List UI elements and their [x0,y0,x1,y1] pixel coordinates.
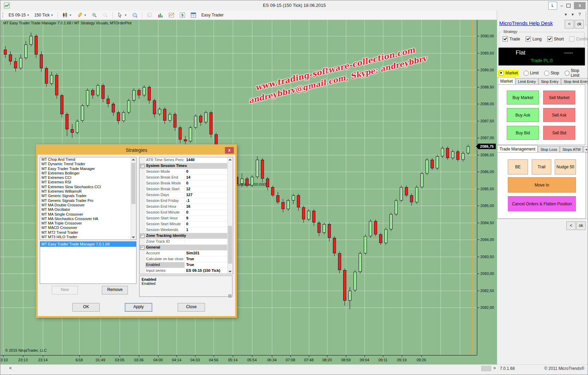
scroll-left-icon[interactable]: < [9,366,12,371]
order-type-radio-market[interactable]: Market [498,70,519,76]
property-row[interactable]: Input seriesES 09-15 (150 Tick) [140,268,227,274]
property-value[interactable]: True [185,256,227,262]
candlestick-style-button[interactable]: ▼ [61,11,73,19]
checkbox-trade[interactable]: Trade [503,36,520,41]
time-axis[interactable]: 23:1023:1323:146/1801:4903:0503:3604:000… [0,355,477,365]
sell-market-button[interactable]: Sell Market [543,90,575,105]
order-type-radio-stop[interactable]: Stop [543,70,560,76]
help-icon[interactable]: ? [578,12,581,17]
property-row[interactable]: Session Days127 [140,192,227,198]
data-box-button[interactable] [130,11,139,19]
property-row[interactable]: Session Mode0 [140,169,227,175]
trail-button[interactable]: Trail [532,159,551,174]
property-row[interactable]: Session End Minute0 [140,210,227,216]
property-value[interactable]: Sim101 [185,251,227,256]
scroll-down-icon[interactable] [228,271,232,273]
property-row[interactable]: AccountSim101 [140,251,227,256]
property-row[interactable]: Session Break Start12 [140,186,227,192]
property-value[interactable]: 1 [185,227,227,233]
collapse-icon[interactable] [141,246,144,250]
radio-icon[interactable] [499,71,504,76]
strategy-list-item[interactable]: MT Extremes CCI [40,176,130,180]
management-tab-stop-loss[interactable]: Stop Loss [538,146,560,153]
property-grid-scrollbar[interactable] [227,157,233,274]
property-value[interactable]: 16 [185,204,227,209]
property-row[interactable]: Session Start Minute0 [140,221,227,227]
new-button[interactable]: New [52,286,78,294]
help-desk-link[interactable]: MicroTrends Help Desk [499,20,553,26]
radio-icon[interactable] [524,71,529,76]
dialog-title-bar[interactable]: Strategies x [38,146,235,155]
panel-grip-icon[interactable] [586,12,586,26]
close-icon[interactable]: x [574,2,586,9]
property-row[interactable]: Session End Hour16 [140,204,227,210]
scroll-right-icon[interactable]: > [493,366,496,371]
entry-tab-stop-limit-entry[interactable]: Stop limit Entry [561,78,588,85]
property-value[interactable]: True [185,262,227,268]
scroll-up-icon[interactable] [228,159,232,160]
resize-grip-icon[interactable] [230,294,231,296]
strategy-list-item[interactable]: MT Extremes WilliamsR [40,189,130,194]
property-value[interactable]: 9 [185,216,227,221]
configured-strategies-list[interactable]: MT Easy Trader Trade Manager 7.0.1.68 [40,241,136,284]
remove-button[interactable]: Remove [102,286,128,294]
strategy-list-item[interactable]: MT Easy Trader Trade Manager [40,167,130,171]
strategy-list-item[interactable]: MT MACD Crossover [40,226,130,230]
sell-bid-button[interactable]: Sell Bid [543,126,575,140]
scrollbar-thumb[interactable] [131,163,135,204]
strategy-property-grid[interactable]: ATR Time Series Peric1440System Session … [139,157,233,274]
zoom-out-button[interactable] [101,11,110,19]
radio-icon[interactable] [544,71,549,76]
horizontal-scrollbar[interactable]: < > 7.0.1.68 © 2011 MicroTrends® [0,364,588,373]
collapse-icon[interactable] [141,234,144,238]
property-row[interactable]: Session Start Hour9 [140,216,227,221]
strategy-list-item[interactable]: MT MA Double Crossover [40,203,130,207]
buy-market-button[interactable]: Buy Market [507,90,539,105]
checkbox-icon[interactable] [569,36,574,41]
entry-tab-stop-entry[interactable]: Stop Entry [539,78,561,85]
apply-button[interactable]: Apply [125,303,152,312]
scrollbar-thumb[interactable] [228,226,232,264]
radio-icon[interactable] [565,71,569,76]
property-value[interactable]: 12 [185,186,227,192]
instrument-selector[interactable]: ES 09-15▼ [7,12,31,18]
title-bar[interactable]: ES 09-15 (150 Tick) 18.06.2015 L – x [0,0,588,11]
property-category-row[interactable]: System Session Times [140,163,227,169]
break-even-button[interactable]: BE [508,159,528,174]
strategy-list-item[interactable]: MT Extremes RSI [40,180,130,184]
property-value[interactable]: 127 [185,192,227,198]
list-scrollbar[interactable] [131,157,136,240]
lock-button[interactable]: L [548,2,557,10]
property-value[interactable]: 0 [185,169,227,174]
cursor-tool-button[interactable]: ▼ [116,11,128,19]
price-axis[interactable]: 2090,002089,502089,002088,502088,002087,… [477,20,497,355]
panel-ok-button[interactable]: ok [575,20,584,28]
property-row[interactable]: Session Weekends1 [140,227,227,233]
strategy-list-item[interactable]: MT MT3 HILO Trader [40,235,130,239]
panel-ok-button[interactable]: ok [576,221,586,230]
bar-chart-button[interactable] [156,11,165,19]
strategy-list-item[interactable]: MT Chop And Trend [40,157,130,162]
property-value[interactable]: MT Easy Trader Trade [185,274,227,274]
checkbox-icon[interactable] [503,36,508,41]
strategy-list-item[interactable]: MT Generic Signals Trader Pro [40,198,130,203]
management-tab-trade-management[interactable]: Trade Management [497,145,538,153]
strategy-list-item[interactable]: MT MA Triple Crossover [40,221,130,226]
property-value[interactable]: -1 [185,198,227,204]
maximize-icon[interactable] [566,4,571,8]
property-row[interactable]: ATR Time Series Peric1440 [140,157,227,163]
market-analyzer-button[interactable] [189,11,198,19]
property-row[interactable]: Session Break Mode0 [140,181,227,186]
cancel-flatten-button[interactable]: Cancel Orders & Flatten Position [508,196,576,211]
property-row[interactable]: EnabledTrue [140,262,227,268]
configured-strategy-item[interactable]: MT Easy Trader Trade Manager 7.0.1.68 [40,242,136,247]
checkbox-confirm[interactable]: Confirm [569,36,588,41]
strategy-list-item[interactable]: MT Extremes Slow Stochastics CCI [40,185,130,189]
strategy-list-item[interactable]: MT Dynamic Trend Trader [40,162,130,166]
property-value[interactable]: 0 [185,181,227,186]
drawing-tools-button[interactable]: ▼ [75,11,88,19]
panel-back-button[interactable]: < [566,221,576,230]
strategy-list-item[interactable]: MT MT2 Trend Trader [40,230,130,235]
scrollbar-thumb[interactable] [481,366,491,371]
property-value[interactable]: 0 [185,221,227,227]
